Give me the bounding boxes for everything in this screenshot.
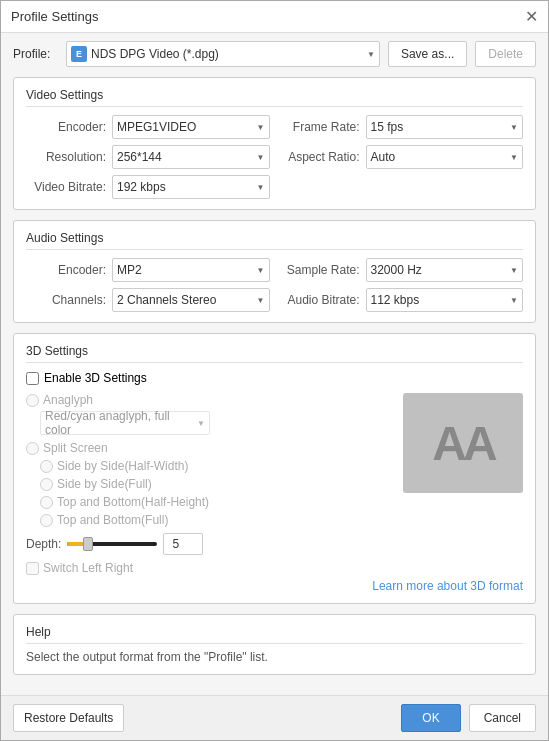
switch-lr-label: Switch Left Right xyxy=(43,561,133,575)
encoder-caret: ▼ xyxy=(257,123,265,132)
preview-text: AA xyxy=(432,416,493,471)
audio-bitrate-value: 112 kbps xyxy=(371,293,420,307)
video-settings-section: Video Settings Encoder: MPEG1VIDEO ▼ Fra… xyxy=(13,77,536,210)
audio-settings-title: Audio Settings xyxy=(26,231,523,250)
resolution-label: Resolution: xyxy=(26,150,106,164)
anaglyph-radio[interactable] xyxy=(26,394,39,407)
aspect-ratio-dropdown[interactable]: Auto ▼ xyxy=(366,145,524,169)
audio-encoder-caret: ▼ xyxy=(257,266,265,275)
cancel-button[interactable]: Cancel xyxy=(469,704,536,732)
audio-settings-section: Audio Settings Encoder: MP2 ▼ Sample Rat… xyxy=(13,220,536,323)
side-full-option: Side by Side(Full) xyxy=(40,477,393,491)
aspect-ratio-row: Aspect Ratio: Auto ▼ xyxy=(280,145,524,169)
encoder-dropdown[interactable]: MPEG1VIDEO ▼ xyxy=(112,115,270,139)
video-bitrate-caret: ▼ xyxy=(257,183,265,192)
profile-label: Profile: xyxy=(13,47,58,61)
video-bitrate-value: 192 kbps xyxy=(117,180,166,194)
delete-button[interactable]: Delete xyxy=(475,41,536,67)
video-settings-grid: Encoder: MPEG1VIDEO ▼ Frame Rate: 15 fps… xyxy=(26,115,523,199)
split-screen-radio[interactable] xyxy=(26,442,39,455)
profile-settings-window: Profile Settings ✕ Profile: E NDS DPG Vi… xyxy=(0,0,549,741)
side-full-label: Side by Side(Full) xyxy=(57,477,152,491)
audio-bitrate-row: Audio Bitrate: 112 kbps ▼ xyxy=(280,288,524,312)
sample-rate-row: Sample Rate: 32000 Hz ▼ xyxy=(280,258,524,282)
resolution-dropdown[interactable]: 256*144 ▼ xyxy=(112,145,270,169)
anaglyph-caret: ▼ xyxy=(197,419,205,428)
audio-encoder-dropdown[interactable]: MP2 ▼ xyxy=(112,258,270,282)
audio-bitrate-caret: ▼ xyxy=(510,296,518,305)
video-settings-title: Video Settings xyxy=(26,88,523,107)
top-half-radio[interactable] xyxy=(40,496,53,509)
split-screen-option: Split Screen xyxy=(26,441,393,455)
profile-row: Profile: E NDS DPG Video (*.dpg) ▼ Save … xyxy=(13,41,536,67)
3d-settings-section: 3D Settings Enable 3D Settings Anaglyph … xyxy=(13,333,536,604)
depth-slider[interactable] xyxy=(67,536,157,552)
help-text: Select the output format from the "Profi… xyxy=(26,650,523,664)
resolution-value: 256*144 xyxy=(117,150,162,164)
profile-value: NDS DPG Video (*.dpg) xyxy=(91,47,219,61)
depth-label: Depth: xyxy=(26,537,61,551)
audio-encoder-value: MP2 xyxy=(117,263,142,277)
footer-right: OK Cancel xyxy=(401,704,536,732)
enable-3d-checkbox[interactable] xyxy=(26,372,39,385)
side-half-radio[interactable] xyxy=(40,460,53,473)
top-full-label: Top and Bottom(Full) xyxy=(57,513,168,527)
learn-more-link[interactable]: Learn more about 3D format xyxy=(372,579,523,593)
side-half-option: Side by Side(Half-Width) xyxy=(40,459,393,473)
3d-body: Anaglyph Red/cyan anaglyph, full color ▼… xyxy=(26,393,523,575)
learn-more-row: Learn more about 3D format xyxy=(26,579,523,593)
window-title: Profile Settings xyxy=(11,9,98,24)
audio-encoder-row: Encoder: MP2 ▼ xyxy=(26,258,270,282)
audio-bitrate-dropdown[interactable]: 112 kbps ▼ xyxy=(366,288,524,312)
sample-rate-value: 32000 Hz xyxy=(371,263,422,277)
depth-row: Depth: xyxy=(26,533,393,555)
content-area: Profile: E NDS DPG Video (*.dpg) ▼ Save … xyxy=(1,33,548,695)
save-as-button[interactable]: Save as... xyxy=(388,41,467,67)
frame-rate-value: 15 fps xyxy=(371,120,404,134)
side-half-label: Side by Side(Half-Width) xyxy=(57,459,188,473)
channels-label: Channels: xyxy=(26,293,106,307)
encoder-label: Encoder: xyxy=(26,120,106,134)
restore-defaults-button[interactable]: Restore Defaults xyxy=(13,704,124,732)
sample-rate-dropdown[interactable]: 32000 Hz ▼ xyxy=(366,258,524,282)
channels-value: 2 Channels Stereo xyxy=(117,293,216,307)
footer: Restore Defaults OK Cancel xyxy=(1,695,548,740)
close-button[interactable]: ✕ xyxy=(525,9,538,25)
anaglyph-label: Anaglyph xyxy=(43,393,93,407)
anaglyph-option: Anaglyph xyxy=(26,393,393,407)
title-bar: Profile Settings ✕ xyxy=(1,1,548,33)
sample-rate-caret: ▼ xyxy=(510,266,518,275)
audio-settings-grid: Encoder: MP2 ▼ Sample Rate: 32000 Hz ▼ xyxy=(26,258,523,312)
frame-rate-caret: ▼ xyxy=(510,123,518,132)
top-full-radio[interactable] xyxy=(40,514,53,527)
anaglyph-dropdown[interactable]: Red/cyan anaglyph, full color ▼ xyxy=(40,411,210,435)
audio-bitrate-label: Audio Bitrate: xyxy=(280,293,360,307)
anaglyph-value: Red/cyan anaglyph, full color xyxy=(45,409,197,437)
switch-lr-checkbox[interactable] xyxy=(26,562,39,575)
frame-rate-label: Frame Rate: xyxy=(280,120,360,134)
3d-options: Anaglyph Red/cyan anaglyph, full color ▼… xyxy=(26,393,393,575)
aspect-ratio-value: Auto xyxy=(371,150,396,164)
top-half-label: Top and Bottom(Half-Height) xyxy=(57,495,209,509)
ok-button[interactable]: OK xyxy=(401,704,460,732)
audio-encoder-label: Encoder: xyxy=(26,263,106,277)
3d-preview: AA xyxy=(403,393,523,493)
resolution-caret: ▼ xyxy=(257,153,265,162)
side-full-radio[interactable] xyxy=(40,478,53,491)
switch-row: Switch Left Right xyxy=(26,561,393,575)
3d-settings-title: 3D Settings xyxy=(26,344,523,363)
frame-rate-dropdown[interactable]: 15 fps ▼ xyxy=(366,115,524,139)
top-half-option: Top and Bottom(Half-Height) xyxy=(40,495,393,509)
channels-dropdown[interactable]: 2 Channels Stereo ▼ xyxy=(112,288,270,312)
video-bitrate-row: Video Bitrate: 192 kbps ▼ xyxy=(26,175,270,199)
sample-rate-label: Sample Rate: xyxy=(280,263,360,277)
depth-input[interactable] xyxy=(163,533,203,555)
profile-icon: E xyxy=(71,46,87,62)
enable-3d-row: Enable 3D Settings xyxy=(26,371,523,385)
split-screen-label: Split Screen xyxy=(43,441,108,455)
encoder-value: MPEG1VIDEO xyxy=(117,120,196,134)
video-bitrate-label: Video Bitrate: xyxy=(26,180,106,194)
video-bitrate-dropdown[interactable]: 192 kbps ▼ xyxy=(112,175,270,199)
help-section: Help Select the output format from the "… xyxy=(13,614,536,675)
profile-dropdown[interactable]: E NDS DPG Video (*.dpg) ▼ xyxy=(66,41,380,67)
